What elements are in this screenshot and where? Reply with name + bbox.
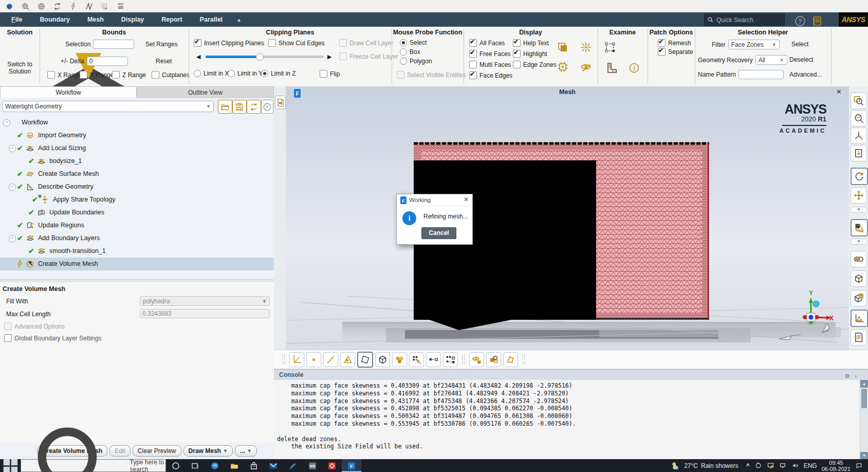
collapse-icon[interactable]: − — [3, 119, 10, 126]
display-layers-icon[interactable] — [557, 41, 569, 53]
wave-icon[interactable] — [85, 2, 94, 11]
triad-button[interactable] — [851, 128, 867, 144]
draw-cell-layer-checkbox[interactable]: Draw Cell Layer — [339, 39, 393, 47]
menu-report[interactable]: Report — [153, 12, 191, 27]
freeze-cell-layer-checkbox[interactable]: Freeze Cell Layer — [339, 52, 398, 60]
workflow-help-button[interactable]: ? — [261, 100, 273, 114]
menu-display[interactable]: Display — [113, 12, 153, 27]
box-select-icon[interactable] — [604, 41, 616, 53]
fill-with-select[interactable]: polyhedra▼ — [140, 296, 270, 306]
collapse-icon[interactable]: − — [9, 235, 16, 242]
help-icon[interactable]: ? — [794, 15, 806, 27]
tree-item-bodysize-1[interactable]: ✔bodysize_1 — [0, 155, 274, 168]
language-indicator[interactable]: ENG — [804, 462, 817, 469]
tree-item-update-boundaries[interactable]: ✔Update Boundaries — [0, 206, 274, 219]
pill-button[interactable] — [851, 251, 867, 267]
select-visible-entities-checkbox[interactable]: Select Visible Entities — [397, 71, 466, 79]
tree-item-add-local-sizing[interactable]: −✔Add Local Sizing — [0, 142, 274, 155]
tree-item-add-boundary-layers[interactable]: −✔Add Boundary Layers — [0, 232, 274, 245]
graph-nodes-button[interactable] — [503, 352, 518, 367]
save-workflow-button[interactable] — [232, 100, 247, 114]
workflow-type-select[interactable]: Watertight Geometry▼ — [2, 101, 214, 112]
open-workflow-button[interactable] — [218, 100, 232, 114]
insert-clipping-planes-checkbox[interactable]: Insert Clipping Planes — [194, 39, 264, 47]
y-range-checkbox[interactable]: Y Range — [80, 71, 114, 79]
slider-right-arrow[interactable]: ▶ — [327, 53, 331, 60]
limit-in-z-radio[interactable]: Limit in Z — [261, 70, 296, 77]
edge-taskbar-button[interactable] — [205, 459, 225, 472]
workbench-taskbar-button[interactable]: WB — [303, 459, 322, 472]
cancel-button[interactable]: Cancel — [421, 227, 456, 239]
draw-mesh-button[interactable]: Draw Mesh▼ — [183, 445, 233, 457]
scroll-thumb[interactable] — [861, 389, 867, 408]
name-pattern-input[interactable] — [738, 70, 784, 79]
cube-probe-button[interactable] — [851, 270, 867, 287]
ruler-icon[interactable] — [605, 62, 618, 74]
case-write-icon[interactable] — [37, 2, 46, 11]
tray-badge-icon[interactable] — [754, 462, 762, 469]
protractor-button[interactable] — [340, 352, 355, 367]
tree-item-apply-share-topology[interactable]: ✔✱Apply Share Topology — [0, 193, 274, 206]
taskbar-search-input[interactable]: Type here to search — [21, 459, 166, 472]
speaker-icon[interactable] — [791, 462, 799, 469]
doc-list-button[interactable] — [851, 329, 867, 346]
quick-search-input[interactable]: Quick Search — [704, 14, 785, 26]
zoom-box-button[interactable] — [851, 93, 867, 109]
menu-file[interactable]: File — [0, 12, 31, 27]
face-edges-checkbox[interactable]: Face Edges — [469, 71, 512, 79]
explorer-taskbar-button[interactable] — [225, 459, 244, 472]
plane-button[interactable] — [357, 352, 373, 368]
tray-monitor-icon[interactable] — [767, 462, 774, 469]
chip-display-icon[interactable] — [557, 61, 569, 73]
scroll-down-icon[interactable]: ▼ — [860, 452, 868, 460]
menu-parallel[interactable]: Parallel — [191, 12, 231, 27]
tree-item-workflow[interactable]: −Workflow — [0, 116, 274, 129]
dialog-titlebar[interactable]: F Working ✕ — [397, 194, 472, 206]
rotate-button[interactable] — [851, 168, 868, 185]
clipping-slider[interactable] — [206, 56, 324, 58]
tree-item-create-surface-mesh[interactable]: ✔Create Surface Mesh — [0, 168, 274, 180]
help-text-checkbox[interactable]: Help Text — [513, 39, 549, 47]
pen-taskbar-button[interactable] — [283, 459, 303, 472]
console-header[interactable]: Console ⧉ ‹ — [274, 370, 868, 380]
probe-box-radio[interactable]: Box — [400, 48, 420, 56]
store-taskbar-button[interactable] — [244, 459, 264, 472]
max-cell-length-input[interactable] — [140, 309, 270, 318]
show-cut-edges-checkbox[interactable]: Show Cut Edges — [268, 39, 324, 47]
cube-button[interactable] — [375, 352, 390, 367]
geometry-recovery-select[interactable]: All▼ — [755, 55, 787, 65]
graphics-viewport[interactable]: F Mesh ✕ ANSYS 2020 R1 ACADEMIC — [286, 86, 849, 350]
line-button[interactable] — [323, 352, 338, 367]
slider-thumb[interactable] — [256, 53, 264, 61]
advanced-options-checkbox[interactable]: Advanced Options — [4, 322, 65, 330]
explode-view-icon[interactable] — [580, 41, 592, 53]
collapse-icon[interactable]: − — [9, 145, 16, 152]
menu-mesh[interactable]: Mesh — [79, 12, 113, 27]
scroll-up-icon[interactable]: ▲ — [860, 380, 868, 388]
separate-checkbox[interactable]: Separate — [658, 48, 693, 56]
collapse-ribbon-icon[interactable]: ▲ — [236, 17, 242, 23]
menu-boundary[interactable]: Boundary — [31, 12, 79, 27]
slider-left-arrow[interactable]: ◀ — [196, 53, 200, 60]
multi-faces-checkbox[interactable]: Multi Faces — [469, 61, 511, 68]
bolt-icon[interactable] — [69, 2, 78, 11]
eye-cube-button[interactable] — [469, 352, 484, 367]
tree-item-import-geometry[interactable]: ✔CADImport Geometry — [0, 129, 274, 142]
clear-preview-button[interactable]: Clear Preview — [133, 445, 181, 457]
visibility-icon[interactable] — [580, 61, 592, 73]
console-popout-icon[interactable]: ⧉ ‹ — [845, 371, 859, 381]
pan-button[interactable] — [851, 187, 867, 204]
dialog-close-icon[interactable]: ✕ — [464, 196, 469, 203]
network-icon[interactable] — [779, 462, 787, 469]
link-h-button[interactable] — [426, 352, 441, 367]
clipboard-page-button[interactable] — [275, 96, 286, 109]
tree-item-smooth-transition-1[interactable]: ✔smooth-transition_1 — [0, 245, 274, 258]
filter-select[interactable]: Face Zones▼ — [728, 40, 780, 49]
notification-icon[interactable] — [855, 462, 863, 469]
probe-polygon-radio[interactable]: Polygon — [400, 58, 432, 65]
cube-zone-button[interactable] — [851, 290, 867, 306]
reset-workflow-button[interactable] — [247, 100, 261, 114]
collapse-icon[interactable]: − — [9, 184, 16, 191]
grid-select-button[interactable] — [409, 352, 424, 367]
param-box-icon[interactable]: P — [101, 2, 109, 11]
